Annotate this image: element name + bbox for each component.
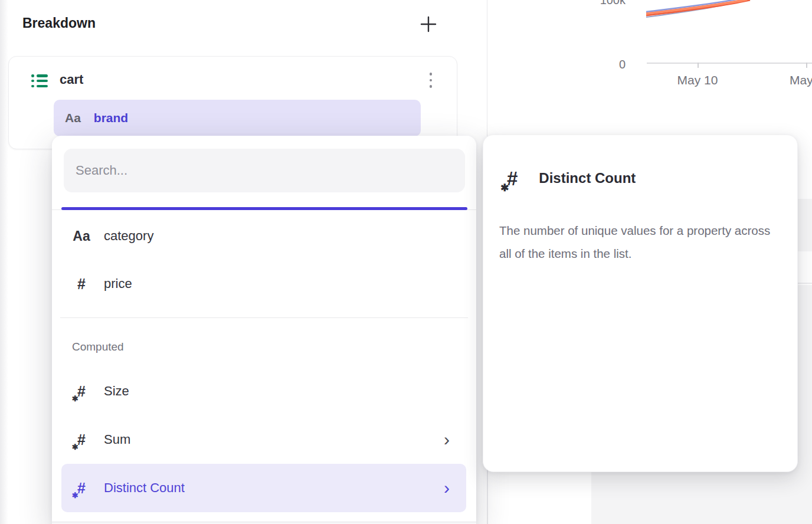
- property-item-category[interactable]: Aa category: [61, 220, 466, 253]
- computed-item-label: Sum: [104, 432, 130, 447]
- distinct-count-tooltip: #✱ Distinct Count The number of unique v…: [483, 135, 798, 472]
- chart-line-series: [643, 0, 812, 21]
- x-axis-label-may1: May 1: [790, 73, 812, 87]
- plus-icon: [420, 15, 437, 33]
- property-item-label: price: [104, 276, 132, 292]
- x-axis-tick: [698, 63, 699, 68]
- page-left-gradient: [0, 0, 8, 524]
- add-breakdown-button[interactable]: [419, 15, 438, 34]
- property-item-label: category: [104, 228, 153, 244]
- app-root: 100k 0 May 10 May 1 Breakdown: [0, 0, 812, 524]
- dropdown-divider: [60, 317, 468, 318]
- computed-number-icon: #✱: [77, 481, 86, 496]
- list-property-icon: [31, 74, 49, 87]
- x-axis-line: [647, 63, 812, 64]
- x-axis-label-may10: May 10: [668, 73, 727, 87]
- tooltip-title: Distinct Count: [539, 170, 636, 186]
- card-menu-button[interactable]: [425, 71, 436, 90]
- breakdown-card-header: cart: [9, 67, 457, 93]
- property-item-price[interactable]: # price: [61, 267, 466, 300]
- breakdown-title: Breakdown: [22, 15, 96, 31]
- computed-item-label: Distinct Count: [104, 480, 185, 496]
- computed-item-sum[interactable]: #✱ Sum ›: [61, 423, 466, 456]
- string-type-icon: Aa: [65, 111, 81, 125]
- chevron-right-icon: ›: [444, 479, 450, 497]
- computed-item-size[interactable]: #✱ Size: [61, 375, 466, 408]
- computed-number-icon: #✱: [77, 384, 86, 399]
- kebab-icon: [430, 73, 433, 76]
- x-axis-tick: [806, 63, 807, 68]
- search-input[interactable]: [64, 149, 465, 192]
- breakdown-section-header: Breakdown: [0, 0, 487, 47]
- string-type-icon: Aa: [73, 228, 90, 244]
- number-type-icon: #: [77, 276, 86, 293]
- computed-section-label: Computed: [72, 340, 124, 353]
- selected-property-chip[interactable]: Aa brand: [54, 100, 421, 136]
- tooltip-description: The number of unique values for a proper…: [499, 219, 778, 265]
- computed-item-label: Size: [104, 384, 129, 399]
- property-dropdown: Aa category # price Computed #✱ Size #✱ …: [52, 136, 476, 524]
- y-axis-tick-100k: 100k: [578, 0, 626, 7]
- list-property-name: cart: [60, 72, 83, 87]
- active-tab-indicator: [61, 207, 467, 210]
- chevron-right-icon: ›: [444, 431, 450, 448]
- y-axis-tick-0: 0: [578, 58, 626, 71]
- tooltip-header: #✱ Distinct Count: [507, 165, 636, 192]
- computed-number-icon: #✱: [507, 169, 518, 188]
- selected-property-name: brand: [94, 111, 128, 125]
- computed-item-distinct-count[interactable]: #✱ Distinct Count ›: [61, 464, 466, 512]
- computed-number-icon: #✱: [77, 433, 86, 447]
